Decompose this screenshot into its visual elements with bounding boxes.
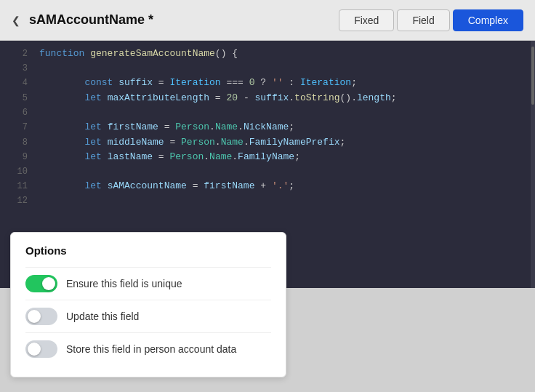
option-label-update: Update this field bbox=[66, 311, 139, 322]
code-line: 8 let middleName = Person.Name.FamilyNam… bbox=[0, 135, 535, 151]
toggle-thumb-update bbox=[28, 310, 41, 323]
line-number: 7 bbox=[6, 121, 28, 135]
option-row-unique: Ensure this field is unique bbox=[25, 267, 271, 300]
options-title: Options bbox=[25, 244, 271, 257]
line-number: 5 bbox=[6, 92, 28, 105]
option-label-store: Store this field in person account data bbox=[66, 343, 236, 355]
line-code: let sAMAccountName = firstName + '.'; bbox=[39, 179, 294, 194]
code-line: 3 bbox=[0, 62, 535, 76]
header-bar: ❮ sAMAccountName * Fixed Field Complex bbox=[0, 0, 535, 41]
code-line: 6 bbox=[0, 106, 535, 120]
collapse-icon[interactable]: ❮ bbox=[12, 15, 20, 26]
line-number: 8 bbox=[6, 136, 28, 150]
line-number: 12 bbox=[6, 194, 28, 208]
line-number: 11 bbox=[6, 180, 28, 193]
field-title: sAMAccountName * bbox=[29, 12, 333, 28]
code-line: 10 bbox=[0, 165, 535, 179]
option-label-unique: Ensure this field is unique bbox=[66, 278, 182, 289]
code-line: 5 let maxAttributeLength = 20 - suffix.t… bbox=[0, 91, 535, 106]
scroll-thumb bbox=[531, 47, 534, 105]
toggle-unique[interactable] bbox=[25, 275, 57, 292]
line-number: 9 bbox=[6, 151, 28, 164]
header-buttons: Fixed Field Complex bbox=[339, 9, 523, 31]
line-code: function generateSamAccountName() { bbox=[39, 47, 238, 62]
code-content: 2function generateSamAccountName() {34 c… bbox=[0, 41, 535, 214]
toggle-update[interactable] bbox=[25, 308, 57, 325]
option-row-update: Update this field bbox=[25, 300, 271, 332]
toggle-thumb-store bbox=[28, 343, 41, 356]
line-number: 2 bbox=[6, 47, 28, 61]
code-line: 11 let sAMAccountName = firstName + '.'; bbox=[0, 179, 535, 194]
options-panel: Options Ensure this field is unique Upda… bbox=[10, 232, 286, 377]
line-number: 10 bbox=[6, 165, 28, 179]
line-number: 4 bbox=[6, 76, 28, 90]
toggle-thumb-unique bbox=[42, 277, 55, 290]
line-code: let lastName = Person.Name.FamilyName; bbox=[39, 150, 300, 165]
code-line: 9 let lastName = Person.Name.FamilyName; bbox=[0, 150, 535, 165]
line-code: let firstName = Person.Name.NickName; bbox=[39, 120, 294, 135]
line-number: 6 bbox=[6, 106, 28, 120]
option-row-store: Store this field in person account data bbox=[25, 332, 271, 365]
line-number: 3 bbox=[6, 62, 28, 76]
scrollbar[interactable] bbox=[531, 41, 535, 288]
main-panel: ❮ sAMAccountName * Fixed Field Complex 2… bbox=[0, 0, 535, 392]
line-code: const suffix = Iteration === 0 ? '' : It… bbox=[39, 76, 357, 91]
code-line: 2function generateSamAccountName() { bbox=[0, 47, 535, 62]
complex-button[interactable]: Complex bbox=[453, 9, 523, 31]
code-line: 4 const suffix = Iteration === 0 ? '' : … bbox=[0, 76, 535, 91]
line-code: let middleName = Person.Name.FamilyNameP… bbox=[39, 135, 345, 151]
code-line: 12 bbox=[0, 194, 535, 208]
fixed-button[interactable]: Fixed bbox=[339, 9, 394, 31]
field-button[interactable]: Field bbox=[397, 9, 449, 31]
line-code: let maxAttributeLength = 20 - suffix.toS… bbox=[39, 91, 397, 106]
code-line: 7 let firstName = Person.Name.NickName; bbox=[0, 120, 535, 135]
toggle-store[interactable] bbox=[25, 340, 57, 358]
